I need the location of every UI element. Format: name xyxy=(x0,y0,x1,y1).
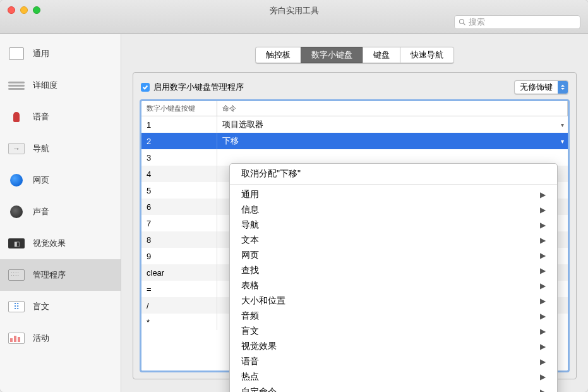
sidebar-item-label: 视觉效果 xyxy=(33,238,66,249)
cell-key: / xyxy=(141,297,217,314)
submenu-arrow-icon: ▶ xyxy=(540,236,546,245)
menu-item-3[interactable]: 文本▶ xyxy=(230,233,557,248)
sidebar-item-9[interactable]: 活动 xyxy=(0,322,121,354)
si-nav-icon xyxy=(6,141,27,156)
tab-3[interactable]: 快速导航 xyxy=(400,47,454,63)
sidebar-item-4[interactable]: 网页 xyxy=(0,164,121,196)
svg-point-0 xyxy=(460,20,464,24)
sidebar-item-2[interactable]: 语音 xyxy=(0,101,121,133)
tab-bar: 触控板数字小键盘键盘快速导航 xyxy=(133,47,577,63)
submenu-arrow-icon: ▶ xyxy=(540,281,546,290)
si-activity-icon xyxy=(6,331,27,346)
menu-item-label: 自定命令 xyxy=(241,386,277,392)
menu-item-unassign[interactable]: 取消分配"下移" xyxy=(230,166,557,181)
menu-item-label: 大小和位置 xyxy=(241,295,285,307)
si-braille-icon xyxy=(6,299,27,314)
menu-item-12[interactable]: 热点▶ xyxy=(230,369,557,384)
submenu-arrow-icon: ▶ xyxy=(540,312,546,321)
menu-item-11[interactable]: 语音▶ xyxy=(230,354,557,369)
menu-item-1[interactable]: 信息▶ xyxy=(230,202,557,217)
cell-key: 5 xyxy=(141,182,217,199)
checkbox-icon xyxy=(141,83,150,92)
si-general-icon xyxy=(6,46,27,61)
chevron-updown-icon: ▾ xyxy=(561,138,564,145)
cell-key: 4 xyxy=(141,166,217,182)
submenu-arrow-icon: ▶ xyxy=(540,357,546,366)
menu-item-5[interactable]: 查找▶ xyxy=(230,263,557,278)
sidebar-item-label: 导航 xyxy=(33,143,49,154)
sidebar-item-0[interactable]: 通用 xyxy=(0,38,121,70)
submenu-arrow-icon: ▶ xyxy=(540,372,546,381)
modifier-select-value: 无修饰键 xyxy=(520,82,553,93)
menu-item-0[interactable]: 通用▶ xyxy=(230,187,557,202)
sidebar-item-1[interactable]: 详细度 xyxy=(0,70,121,101)
sidebar-item-8[interactable]: 盲文 xyxy=(0,291,121,322)
sidebar-item-5[interactable]: 声音 xyxy=(0,196,121,228)
submenu-arrow-icon: ▶ xyxy=(540,190,546,199)
menu-item-7[interactable]: 大小和位置▶ xyxy=(230,293,557,309)
si-manager-icon xyxy=(6,267,27,283)
cell-command[interactable]: 项目选取器▾ xyxy=(217,119,568,130)
select-arrows-icon xyxy=(558,81,568,94)
submenu-arrow-icon: ▶ xyxy=(540,251,546,260)
menu-item-label: 视觉效果 xyxy=(241,341,277,352)
menu-item-label: 表格 xyxy=(241,280,259,291)
checkbox-label: 启用数字小键盘管理程序 xyxy=(153,82,244,93)
sidebar-item-label: 管理程序 xyxy=(33,269,66,281)
menu-item-label: 热点 xyxy=(241,371,259,383)
cell-key: * xyxy=(141,314,217,330)
submenu-arrow-icon: ▶ xyxy=(540,221,546,230)
column-header-key[interactable]: 数字小键盘按键 xyxy=(141,101,217,116)
search-input[interactable]: 搜索 xyxy=(454,15,580,29)
menu-item-9[interactable]: 盲文▶ xyxy=(230,324,557,339)
column-header-command[interactable]: 命令 xyxy=(217,101,568,116)
modifier-select[interactable]: 无修饰键 xyxy=(514,80,568,94)
command-popup-menu: 取消分配"下移"通用▶信息▶导航▶文本▶网页▶查找▶表格▶大小和位置▶音频▶盲文… xyxy=(229,163,558,392)
menu-item-label: 语音 xyxy=(241,356,259,367)
menu-item-13[interactable]: 自定命令▶ xyxy=(230,384,557,392)
menu-item-8[interactable]: 音频▶ xyxy=(230,309,557,324)
submenu-arrow-icon: ▶ xyxy=(540,388,546,392)
sidebar-item-label: 通用 xyxy=(33,48,49,59)
cell-key: 3 xyxy=(141,149,217,166)
sidebar-item-7[interactable]: 管理程序 xyxy=(0,259,121,291)
enable-numpad-checkbox[interactable]: 启用数字小键盘管理程序 xyxy=(141,82,244,93)
menu-item-10[interactable]: 视觉效果▶ xyxy=(230,339,557,354)
menu-item-label: 盲文 xyxy=(241,326,259,337)
menu-item-label: 网页 xyxy=(241,250,259,261)
sidebar-item-label: 盲文 xyxy=(33,301,49,312)
sidebar-item-6[interactable]: 视觉效果 xyxy=(0,228,121,259)
sidebar-item-label: 网页 xyxy=(33,175,49,186)
table-row[interactable]: 2下移▾ xyxy=(141,133,568,149)
cell-command[interactable]: 下移▾ xyxy=(217,135,568,147)
tab-0[interactable]: 触控板 xyxy=(255,47,301,63)
submenu-arrow-icon: ▶ xyxy=(540,297,546,305)
cell-key: clear xyxy=(141,264,217,281)
si-sound-icon xyxy=(6,204,27,219)
menu-item-4[interactable]: 网页▶ xyxy=(230,248,557,263)
sidebar-item-label: 详细度 xyxy=(33,80,57,91)
search-placeholder: 搜索 xyxy=(469,16,485,28)
menu-item-label: 导航 xyxy=(241,219,259,231)
sidebar-item-3[interactable]: 导航 xyxy=(0,133,121,164)
cell-key: 7 xyxy=(141,215,217,231)
sidebar: 通用详细度语音导航网页声音视觉效果管理程序盲文活动 xyxy=(0,34,121,392)
tab-1[interactable]: 数字小键盘 xyxy=(301,47,363,63)
sidebar-item-label: 语音 xyxy=(33,111,49,123)
svg-line-1 xyxy=(464,23,465,25)
tab-2[interactable]: 键盘 xyxy=(363,47,400,63)
menu-item-label: 通用 xyxy=(241,189,259,200)
menu-item-label: 音频 xyxy=(241,310,259,322)
sidebar-item-label: 声音 xyxy=(33,206,49,217)
submenu-arrow-icon: ▶ xyxy=(540,342,546,351)
table-row[interactable]: 1项目选取器▾ xyxy=(141,116,568,133)
menu-item-label: 文本 xyxy=(241,235,259,246)
si-web-icon xyxy=(6,173,27,188)
menu-item-label: 查找 xyxy=(241,265,259,276)
menu-item-2[interactable]: 导航▶ xyxy=(230,217,557,233)
search-icon xyxy=(459,18,466,26)
si-detail-icon xyxy=(6,78,27,93)
chevron-updown-icon: ▾ xyxy=(561,121,564,128)
menu-item-6[interactable]: 表格▶ xyxy=(230,278,557,293)
cell-key: = xyxy=(141,281,217,297)
